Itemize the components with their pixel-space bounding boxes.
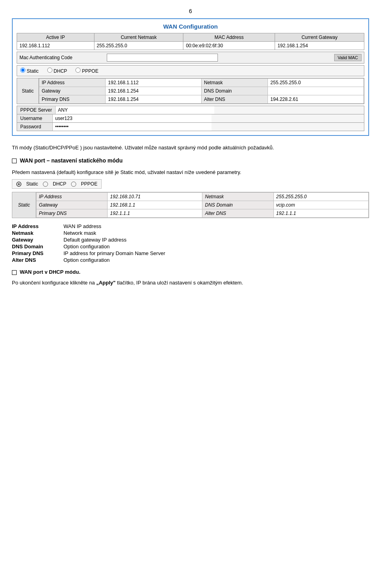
dhcp-heading-text: WAN port v DHCP módu.: [20, 269, 81, 275]
dns-domain-value[interactable]: [268, 87, 364, 95]
field-row-4: Primary DNS IP address for primary Domai…: [12, 250, 168, 257]
radio-circle-pppoe-icon: [71, 182, 76, 187]
gateway-value[interactable]: 192.168.1.254: [106, 87, 202, 95]
radio-static[interactable]: [20, 68, 25, 73]
radio-pppoe-label[interactable]: PPPOE: [75, 68, 98, 74]
field-name-2: Gateway: [12, 236, 64, 243]
radio-dhcp-example-label[interactable]: DHCP: [53, 181, 66, 187]
ex-dns-domain-label: DNS Domain: [202, 201, 273, 209]
radio-pppoe[interactable]: [75, 68, 81, 73]
field-desc-table: IP Address WAN IP address Netmask Networ…: [12, 223, 168, 263]
wan-dhcp-heading: WAN port v DHCP módu.: [12, 269, 369, 275]
page-number: 6: [12, 8, 369, 14]
static-fields-wrap: Static IP Address 192.168.1.112 Netmask …: [17, 78, 364, 104]
apply-highlight: „Apply": [96, 280, 115, 286]
gateway-label: Gateway: [39, 87, 106, 95]
radio-circle-icon: [16, 182, 21, 187]
static-example-outer: Static IP Address 192.168.10.71 Netmask …: [12, 192, 369, 218]
ex-primary-dns-value: 192.1.1.1: [108, 209, 202, 218]
username-label: Username: [17, 114, 53, 122]
primary-dns-label: Primary DNS: [39, 95, 106, 104]
alter-dns-label: Alter DNS: [201, 95, 267, 104]
alter-dns-value[interactable]: 194.228.2.61: [268, 95, 364, 104]
wan-mode-radio-row: Static DHCP PPPOE: [17, 65, 364, 76]
cell-active-ip: 192.168.1.112: [17, 42, 94, 50]
dhcp-section-icon: [12, 270, 17, 275]
col-active-ip: Active IP: [17, 33, 94, 42]
section-heading-text: WAN port – nastavení statického módu: [20, 157, 123, 164]
ex-ip-label: IP Address: [37, 193, 108, 201]
mac-valid-label: Valid MAC: [334, 54, 362, 61]
section-desc: Předem nastavená (default) konfigurace s…: [12, 168, 369, 176]
field-name-5: Alter DNS: [12, 257, 64, 263]
field-name-4: Primary DNS: [12, 250, 64, 257]
field-desc-2: Default gateway IP address: [64, 236, 168, 243]
field-name-0: IP Address: [12, 223, 64, 230]
ip-address-label: IP Address: [39, 79, 106, 87]
pppoe-section: PPPOE Server ANY Username user123 Passwo…: [17, 106, 364, 131]
field-desc-5: Option configuration: [64, 257, 168, 263]
field-row-0: IP Address WAN IP address: [12, 223, 168, 230]
ex-netmask-value: 255.255.255.0: [273, 193, 368, 201]
username-value[interactable]: user123: [53, 114, 212, 122]
password-label: Password: [17, 123, 53, 131]
field-row-1: Netmask Network mask: [12, 230, 168, 236]
section-heading: WAN port – nastavení statického módu: [12, 157, 369, 164]
field-name-3: DNS Domain: [12, 243, 64, 250]
radio-example: Static DHCP PPPOE: [12, 179, 102, 189]
field-row-2: Gateway Default gateway IP address: [12, 236, 168, 243]
wan-info-table: Active IP Current Netmask MAC Address Cu…: [17, 33, 364, 50]
ex-ip-value: 192.168.10.71: [108, 193, 202, 201]
field-desc-3: Option configuration: [64, 243, 168, 250]
pppoe-server-label: PPPOE Server: [17, 106, 56, 114]
mac-auth-label: Mac Authenticating Code: [19, 55, 107, 60]
ex-primary-dns-label: Primary DNS: [37, 209, 108, 218]
pppoe-server-row: PPPOE Server ANY: [17, 106, 364, 114]
radio-pppoe-example-label[interactable]: PPPOE: [81, 181, 97, 187]
field-desc-0: WAN IP address: [64, 223, 168, 230]
col-mac-address: MAC Address: [183, 33, 275, 42]
wan-config-title: WAN Configuration: [17, 23, 364, 30]
col-current-netmask: Current Netmask: [94, 33, 183, 42]
primary-dns-value[interactable]: 192.168.1.254: [106, 95, 202, 104]
radio-dhcp-label[interactable]: DHCP: [47, 68, 68, 74]
static-example-inner-table: IP Address 192.168.10.71 Netmask 255.255…: [36, 192, 369, 218]
ex-gateway-label: Gateway: [37, 201, 108, 209]
username-row: Username user123: [17, 114, 364, 122]
dns-domain-label: DNS Domain: [201, 87, 267, 95]
ex-dns-domain-value: vcip.com: [273, 201, 368, 209]
radio-static-label[interactable]: Static: [20, 68, 40, 74]
mac-auth-input[interactable]: [107, 54, 218, 62]
static-label-cell: Static: [17, 78, 39, 104]
netmask-label: Netmask: [201, 79, 267, 87]
ex-alter-dns-value: 192.1.1.1: [273, 209, 368, 218]
field-desc-4: IP address for primary Domain Name Serve…: [64, 250, 168, 257]
cell-mac-address: 00:0e:e9:02:6f:30: [183, 42, 275, 50]
intro-text: Tři módy (Static/DHCP/PPoE ) jsou nastav…: [12, 144, 369, 152]
field-row-5: Alter DNS Option configuration: [12, 257, 168, 263]
field-desc-1: Network mask: [64, 230, 168, 236]
static-example-wrap: Static IP Address 192.168.10.71 Netmask …: [12, 192, 369, 218]
static-inner-table: IP Address 192.168.1.112 Netmask 255.255…: [39, 78, 364, 104]
cell-current-netmask: 255.255.255.0: [94, 42, 183, 50]
mac-auth-row: Mac Authenticating Code Valid MAC: [17, 52, 364, 64]
ex-netmask-label: Netmask: [202, 193, 273, 201]
ip-address-value[interactable]: 192.168.1.112: [106, 79, 202, 87]
col-current-gateway: Current Gateway: [275, 33, 364, 42]
final-text: Po ukončení konfigurace klikněte na „App…: [12, 279, 369, 287]
password-row: Password ••••••••: [17, 122, 364, 131]
cell-current-gateway: 192.168.1.254: [275, 42, 364, 50]
wan-config-box: WAN Configuration Active IP Current Netm…: [12, 18, 369, 136]
field-row-3: DNS Domain Option configuration: [12, 243, 168, 250]
ex-gateway-value: 192.168.1.1: [108, 201, 202, 209]
pppoe-server-value[interactable]: ANY: [56, 106, 214, 114]
radio-dhcp[interactable]: [47, 68, 52, 73]
password-value[interactable]: ••••••••: [53, 123, 212, 131]
static-example-label-cell: Static: [12, 192, 36, 218]
field-name-1: Netmask: [12, 230, 64, 236]
field-list-section: IP Address WAN IP address Netmask Networ…: [12, 223, 369, 263]
netmask-value[interactable]: 255.255.255.0: [268, 79, 364, 87]
radio-static-example-label[interactable]: Static: [26, 181, 38, 187]
section-icon: [12, 159, 17, 163]
static-outer: Static IP Address 192.168.1.112 Netmask …: [17, 78, 364, 104]
